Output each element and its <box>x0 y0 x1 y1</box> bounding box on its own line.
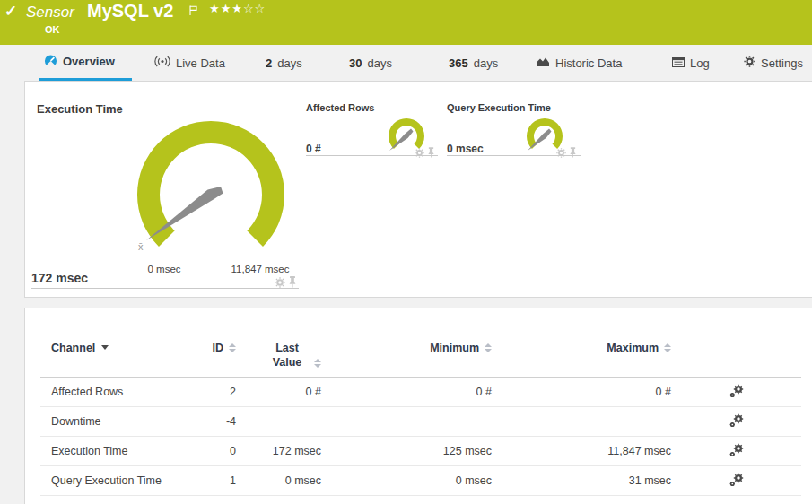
status-check-icon: ✓ <box>4 2 17 21</box>
table-row[interactable]: Downtime -4 <box>40 407 801 437</box>
log-icon <box>672 56 685 70</box>
channel-id: 0 <box>168 445 236 457</box>
channel-minimum: 0 # <box>321 386 492 398</box>
channel-settings-icon[interactable] <box>729 443 745 457</box>
channel-settings-icon[interactable] <box>729 413 745 428</box>
channels-table: Channel ID Last Value Minimum Maximum <box>40 341 801 496</box>
tab-historic-data-label: Historic Data <box>555 56 622 70</box>
widget-pin-icon[interactable] <box>569 147 577 158</box>
column-header-channel[interactable]: Channel <box>51 341 168 355</box>
primary-gauge: x̄ <box>121 109 301 265</box>
channel-minimum: 0 msec <box>321 474 492 487</box>
tab-settings-label: Settings <box>761 56 803 70</box>
channel-name[interactable]: Query Execution Time <box>51 474 168 487</box>
primary-gauge-title: Execution Time <box>37 102 123 116</box>
gear-icon <box>744 56 755 70</box>
tab-overview[interactable]: Overview <box>39 45 132 81</box>
channel-settings-icon[interactable] <box>729 384 745 398</box>
divider <box>31 288 299 289</box>
mini-gauge-value-query-exec: 0 msec <box>447 143 484 155</box>
column-header-maximum[interactable]: Maximum <box>492 341 671 355</box>
sort-icon <box>314 359 321 368</box>
tab-log-label: Log <box>690 56 710 70</box>
column-header-minimum[interactable]: Minimum <box>321 341 492 355</box>
status-badge: OK <box>45 24 60 35</box>
sort-icon <box>229 343 236 352</box>
channel-last-value: 0 # <box>236 386 321 398</box>
tab-365-days-label: days <box>474 56 498 70</box>
channel-name[interactable]: Affected Rows <box>51 386 168 398</box>
gauge-max-label: 11,847 msec <box>231 264 290 274</box>
historic-chart-icon <box>536 56 550 70</box>
channel-minimum: 125 msec <box>321 445 492 457</box>
sensor-title: MySQL v2 <box>87 1 173 22</box>
live-data-icon <box>154 56 170 70</box>
column-header-id[interactable]: ID <box>168 341 236 355</box>
channel-id: -4 <box>168 415 236 428</box>
tab-365-days[interactable]: 365 days <box>449 45 498 81</box>
tab-live-data[interactable]: Live Data <box>154 45 225 81</box>
widget-gear-icon[interactable] <box>415 148 424 158</box>
column-header-last-value[interactable]: Last Value <box>236 341 321 369</box>
mini-gauge-value-affected-rows: 0 # <box>306 143 321 155</box>
table-row[interactable]: Execution Time 0 172 msec 125 msec 11,84… <box>40 437 801 466</box>
widget-pin-icon[interactable] <box>427 147 435 158</box>
gauges-panel: Execution Time x̄ 0 msec 11,847 msec 172… <box>24 81 812 298</box>
tab-overview-label: Overview <box>63 55 115 68</box>
tab-30-days-number: 30 <box>349 56 362 70</box>
tab-2-days-label: days <box>277 56 301 70</box>
channel-id: 2 <box>168 386 236 398</box>
channel-name[interactable]: Downtime <box>51 415 168 428</box>
channel-id: 1 <box>168 474 236 487</box>
tab-2-days[interactable]: 2 days <box>266 45 302 81</box>
channel-maximum: 11,847 msec <box>492 445 671 457</box>
channel-settings-icon[interactable] <box>729 473 745 487</box>
tab-365-days-number: 365 <box>449 56 468 70</box>
tab-strip: Overview Live Data 2 days 30 days 365 da… <box>0 45 812 81</box>
tab-settings[interactable]: Settings <box>744 45 803 81</box>
widget-gear-icon[interactable] <box>556 148 566 158</box>
priority-stars[interactable]: ★★★☆☆ <box>209 2 266 15</box>
tab-2-days-number: 2 <box>266 56 272 70</box>
mini-gauge-title-affected-rows: Affected Rows <box>306 102 374 113</box>
channel-name[interactable]: Execution Time <box>51 445 168 457</box>
table-row[interactable]: Query Execution Time 1 0 msec 0 msec 31 … <box>40 466 801 496</box>
flag-icon[interactable] <box>189 4 197 20</box>
primary-gauge-value: 172 msec <box>31 271 88 285</box>
sensor-header: ✓ Sensor MySQL v2 ★★★☆☆ OK <box>0 0 812 45</box>
table-header-row: Channel ID Last Value Minimum Maximum <box>40 341 801 378</box>
gauge-icon <box>44 54 57 70</box>
sort-icon <box>664 343 671 352</box>
tab-historic-data[interactable]: Historic Data <box>536 45 622 81</box>
tab-live-data-label: Live Data <box>176 56 225 70</box>
sensor-kind-label: Sensor <box>26 4 74 22</box>
sort-icon <box>485 343 492 352</box>
widget-pin-icon[interactable] <box>288 276 297 288</box>
channel-last-value: 172 msec <box>236 445 321 457</box>
channel-maximum: 0 # <box>492 386 671 398</box>
channel-maximum: 31 msec <box>492 474 671 487</box>
mean-marker: x̄ <box>138 241 144 252</box>
tab-30-days[interactable]: 30 days <box>349 45 392 81</box>
tab-30-days-label: days <box>367 56 391 70</box>
channels-panel: Channel ID Last Value Minimum Maximum <box>24 308 812 504</box>
mini-gauge-title-query-exec: Query Execution Time <box>447 102 551 113</box>
widget-gear-icon[interactable] <box>275 277 285 288</box>
tab-log[interactable]: Log <box>672 45 710 81</box>
table-row[interactable]: Affected Rows 2 0 # 0 # 0 # <box>40 378 801 407</box>
gauge-min-label: 0 msec <box>147 264 180 274</box>
channel-last-value: 0 msec <box>236 474 321 487</box>
sort-descending-icon <box>101 345 109 350</box>
